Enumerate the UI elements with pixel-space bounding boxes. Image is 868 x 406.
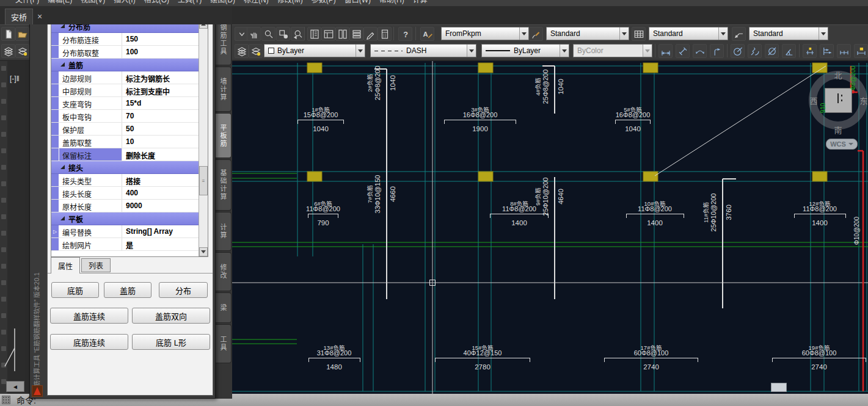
dim-aligned-icon[interactable]	[676, 44, 690, 58]
property-row[interactable]: 原材长度9000	[51, 200, 199, 212]
hidden-toolbar-icon[interactable]	[1, 313, 6, 318]
property-row[interactable]: 保护层50	[51, 123, 199, 136]
dim-radius-icon[interactable]	[731, 44, 745, 58]
color-dropdown[interactable]: ByLayer	[264, 44, 365, 57]
layer-properties-icon[interactable]	[1, 44, 15, 58]
side-tab-梁[interactable]: 梁	[215, 292, 232, 323]
collapse-arrow-button[interactable]: ◄	[6, 381, 24, 392]
collapse-triangle-icon[interactable]	[60, 165, 65, 169]
property-value[interactable]: 标注到支座中	[122, 84, 199, 96]
chevron-down-icon[interactable]	[519, 27, 528, 40]
hidden-toolbar-icon[interactable]	[1, 214, 6, 219]
hidden-toolbar-icon[interactable]	[1, 132, 6, 137]
hidden-toolbar-icon[interactable]	[1, 165, 6, 170]
chevron-down-icon[interactable]	[467, 45, 476, 57]
h-scrollbar-thumb[interactable]	[771, 383, 787, 392]
grid-snap-icon[interactable]	[2, 396, 10, 404]
hidden-toolbar-icon[interactable]	[1, 247, 6, 252]
linetype-dropdown[interactable]: DASH	[370, 44, 476, 57]
button-底筋连续[interactable]: 底筋连续	[50, 334, 128, 350]
side-tab-基础计算[interactable]: 基础计算	[215, 159, 232, 211]
menu-item-D[interactable]: 绘图(D)	[210, 0, 235, 6]
tab-list[interactable]: 列表	[81, 258, 111, 272]
side-tab-计算[interactable]: 计算	[215, 212, 232, 251]
hidden-toolbar-icon[interactable]	[1, 66, 6, 71]
text-style-icon[interactable]: A	[420, 27, 434, 41]
collapse-triangle-icon[interactable]	[60, 62, 65, 67]
button-底筋[interactable]: 底筋	[51, 282, 99, 298]
hidden-toolbar-icon[interactable]	[1, 148, 6, 153]
zoom-window-icon[interactable]	[276, 27, 290, 41]
dim-diameter-icon[interactable]	[765, 44, 779, 58]
button-盖筋双向[interactable]: 盖筋双向	[132, 308, 210, 324]
compass-west-label[interactable]: 西	[809, 95, 817, 106]
zoom-icon[interactable]	[261, 27, 275, 41]
side-tab-墙计算[interactable]: 墙计算	[215, 67, 232, 112]
property-value[interactable]: 搭接	[122, 174, 199, 186]
compass-south-label[interactable]: 南	[834, 124, 842, 136]
property-group-盖筋[interactable]: 盖筋	[51, 59, 199, 71]
dim-angular-icon[interactable]	[782, 44, 796, 58]
chevron-down-icon[interactable]	[718, 27, 728, 40]
hidden-toolbar-icon[interactable]	[1, 297, 6, 302]
property-value[interactable]: 15*d	[122, 97, 199, 109]
property-row[interactable]: 中部规则标注到支座中	[51, 84, 199, 97]
close-icon[interactable]: ×	[34, 10, 45, 23]
compass-east-label[interactable]: 东	[859, 95, 867, 106]
lineweight-dropdown[interactable]: ByLayer	[481, 44, 569, 57]
dim-ordinate-icon[interactable]	[710, 44, 724, 58]
document-tab[interactable]: 安桥	[5, 9, 33, 24]
dim-arc-icon[interactable]	[693, 44, 707, 58]
zoom-previous-icon[interactable]	[291, 27, 305, 41]
chevron-down-icon[interactable]	[819, 27, 828, 40]
dim-quick-icon[interactable]	[803, 44, 817, 58]
side-tab-修改[interactable]: 修改	[215, 252, 232, 291]
menu-item-O[interactable]: 格式(O)	[144, 0, 169, 6]
property-row[interactable]: 接头类型搭接	[51, 174, 199, 187]
pan-icon[interactable]	[247, 27, 261, 41]
property-value[interactable]: 50	[122, 123, 199, 135]
menu-item-[interactable]: 计算	[413, 0, 428, 6]
style-dropdown-2[interactable]: Standard	[649, 27, 728, 40]
property-row[interactable]: 支座弯钩15*d	[51, 97, 199, 110]
property-value[interactable]: 删除长度	[122, 148, 199, 161]
property-value[interactable]: 是	[122, 238, 199, 250]
dim-baseline-icon[interactable]	[820, 44, 834, 58]
property-row[interactable]: 边部规则标注为钢筋长	[51, 71, 199, 84]
property-row[interactable]: 板中弯钩70	[51, 110, 199, 123]
side-tab-工具[interactable]: 工具	[215, 324, 232, 363]
hidden-toolbar-icon[interactable]	[1, 280, 6, 285]
property-row[interactable]: 绘制网片是	[51, 238, 199, 251]
property-value[interactable]: String[] Array	[122, 225, 199, 237]
plotstyle-dropdown[interactable]: ByColor	[573, 44, 652, 57]
layer-states-icon[interactable]	[15, 44, 29, 58]
button-盖筋[interactable]: 盖筋	[104, 282, 151, 298]
property-row[interactable]: 分布筋连接150	[51, 33, 199, 46]
scroll-down-icon[interactable]	[199, 247, 208, 256]
menu-item-T[interactable]: 工具(T)	[178, 0, 202, 6]
markup-icon[interactable]	[363, 27, 377, 41]
chevron-down-icon[interactable]	[356, 45, 365, 57]
menu-item-W[interactable]: 窗口(W)	[345, 0, 371, 6]
property-row[interactable]: 接头长度400	[51, 187, 199, 200]
style-dropdown-1[interactable]: Standard	[546, 27, 629, 40]
wcs-dropdown[interactable]: WCS	[826, 139, 858, 150]
compass-north-label[interactable]: 北	[834, 69, 842, 81]
tab-properties[interactable]: 属性	[51, 257, 80, 274]
property-value[interactable]: 10	[122, 136, 199, 148]
property-row[interactable]: 分布筋取整100	[51, 46, 199, 59]
hidden-toolbar-icon[interactable]	[1, 181, 6, 186]
qnew-icon[interactable]	[1, 27, 15, 41]
match-properties-icon[interactable]	[529, 27, 543, 41]
hidden-toolbar-icon[interactable]	[1, 115, 6, 120]
button-盖筋连续[interactable]: 盖筋连续	[50, 308, 128, 324]
property-value[interactable]: 9000	[122, 200, 199, 212]
mleader-style-icon[interactable]	[732, 27, 746, 41]
button-分布[interactable]: 分布	[159, 282, 208, 298]
layer-properties-icon[interactable]	[235, 44, 249, 58]
menu-item-I[interactable]: 插入(I)	[114, 0, 135, 6]
dim-jogged-icon[interactable]	[748, 44, 762, 58]
chevron-down-icon[interactable]	[560, 45, 569, 57]
quickcalc-icon[interactable]	[377, 27, 392, 41]
menu-item-M[interactable]: 修改(M)	[277, 0, 303, 6]
